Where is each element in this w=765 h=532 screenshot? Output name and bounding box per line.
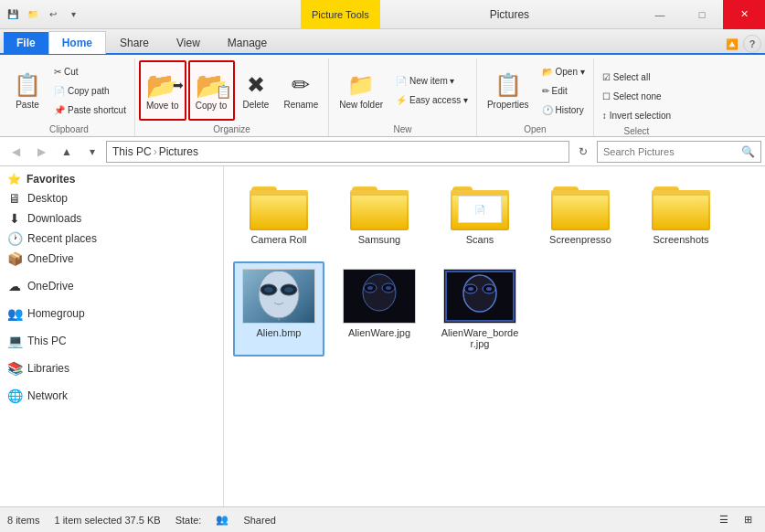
close-btn[interactable]: ✕ [723, 0, 765, 29]
address-path[interactable]: This PC › Pictures [106, 141, 569, 163]
sidebar-item-network[interactable]: 🌐 Network [0, 386, 223, 406]
alienware-border-svg [444, 270, 515, 323]
open-small-group: 📂 Open ▾ ✏ Edit 🕐 History [537, 62, 590, 119]
select-all-icon: ☑ [602, 72, 611, 82]
refresh-btn[interactable]: ↻ [571, 140, 595, 164]
delete-button[interactable]: ✖ Delete [237, 60, 276, 121]
svg-point-17 [468, 287, 473, 291]
rename-icon: ✏ [292, 72, 310, 98]
open-button[interactable]: 📂 Open ▾ [537, 62, 590, 80]
select-items: ☑ Select all ☐ Select none ↕ Invert sele… [598, 59, 675, 124]
file-name-camera-roll: Camera Roll [250, 234, 306, 245]
list-item[interactable]: AlienWare_border.jpg [434, 261, 526, 356]
ribbon-group-select: ☑ Select all ☐ Select none ↕ Invert sele… [594, 59, 679, 136]
open-icon: 📂 [542, 67, 553, 77]
ribbon-help-btn[interactable]: 🔼 [723, 35, 741, 53]
folder-samsung-icon [350, 183, 409, 230]
folder-screenshots-icon [652, 183, 710, 230]
file-name-screenpresso: Screenpresso [549, 234, 611, 245]
edit-button[interactable]: ✏ Edit [537, 81, 590, 100]
copy-to-button[interactable]: 📂 📋 Copy to [188, 60, 235, 121]
alienware-border-thumb [443, 269, 516, 324]
list-item[interactable]: Samsung [334, 176, 425, 252]
maximize-btn[interactable]: □ [681, 0, 723, 29]
thispc-label: This PC [27, 335, 67, 347]
sidebar-spacer1 [0, 269, 223, 276]
window-title: Pictures [380, 0, 639, 28]
up-btn[interactable]: ▲ [55, 140, 79, 164]
favorites-label: Favorites [27, 173, 75, 186]
state-label: State: [175, 515, 202, 526]
search-icon: 🔍 [741, 145, 755, 158]
recent-places-label: Recent places [27, 232, 97, 245]
clipboard-label: Clipboard [7, 122, 131, 136]
recent-locations-btn[interactable]: ▾ [80, 140, 104, 164]
save-qa-btn[interactable]: 💾 [4, 5, 22, 24]
move-to-icon-wrap: 📂 ➡ [146, 70, 178, 101]
sidebar-favorites-header[interactable]: ⭐ Favorites [0, 170, 223, 188]
sidebar-item-libraries[interactable]: 📚 Libraries [0, 358, 223, 378]
sidebar-item-homegroup[interactable]: 👥 Homegroup [0, 303, 223, 324]
copy-path-button[interactable]: 📄 Copy path [49, 81, 131, 100]
history-button[interactable]: 🕐 History [537, 101, 590, 119]
sidebar-item-thispc[interactable]: 💻 This PC [0, 331, 223, 351]
tab-view[interactable]: View [163, 31, 214, 54]
sidebar-item-onedrive[interactable]: ☁ OneDrive [0, 276, 223, 296]
list-item[interactable]: Alien.bmp [233, 261, 324, 356]
sidebar-item-recent-places[interactable]: 🕐 Recent places [0, 229, 223, 249]
qa-dropdown[interactable]: ▾ [64, 5, 82, 24]
forward-btn[interactable]: ▶ [29, 140, 53, 164]
select-label: Select [598, 124, 675, 138]
list-item[interactable]: Screenpresso [535, 176, 626, 252]
large-icons-view-btn[interactable]: ⊞ [738, 510, 758, 530]
selected-info: 1 item selected 37.5 KB [54, 515, 160, 526]
cut-icon: ✂ [54, 67, 61, 77]
list-item[interactable]: AlienWare.jpg [334, 261, 425, 356]
ribbon: 📋 Paste ✂ Cut 📄 Copy path 📌 Paste shortc… [0, 55, 765, 137]
list-item[interactable]: 📄 Scans [434, 176, 526, 252]
folder-camera-roll-icon [250, 183, 308, 230]
tab-home[interactable]: Home [48, 31, 106, 54]
properties-icon: 📋 [494, 72, 522, 98]
svg-point-3 [264, 287, 273, 293]
sidebar-item-desktop[interactable]: 🖥 Desktop [0, 188, 223, 208]
list-item[interactable]: Camera Roll [233, 176, 324, 252]
sidebar-item-downloads[interactable]: ⬇ Downloads [0, 208, 223, 229]
alienware-svg [344, 270, 415, 323]
paste-button[interactable]: 📋 Paste [7, 60, 48, 121]
list-item[interactable]: Screenshots [635, 176, 727, 252]
open-label: Open [481, 122, 590, 136]
new-items: 📁 New folder 📄 New item ▾ ⚡ Easy access … [333, 59, 473, 122]
network-icon: 🌐 [7, 388, 22, 403]
properties-button[interactable]: 📋 Properties [481, 60, 536, 121]
rename-button[interactable]: ✏ Rename [277, 60, 324, 121]
ribbon-help-icon[interactable]: ? [743, 35, 761, 53]
tab-manage[interactable]: Manage [214, 31, 281, 54]
libraries-label: Libraries [27, 362, 69, 375]
move-to-button[interactable]: 📂 ➡ Move to [139, 60, 186, 121]
new-folder-button[interactable]: 📁 New folder [333, 60, 389, 121]
invert-selection-button[interactable]: ↕ Invert selection [598, 106, 675, 124]
tab-file[interactable]: File [4, 32, 48, 54]
sidebar-item-onedrive-fav[interactable]: 📦 OneDrive [0, 249, 223, 269]
folder-qa-btn[interactable]: 📁 [24, 5, 42, 24]
search-input[interactable] [603, 146, 738, 157]
new-item-button[interactable]: 📄 New item ▾ [391, 72, 473, 90]
cut-button[interactable]: ✂ Cut [49, 62, 131, 80]
onedrive-icon: ☁ [7, 279, 22, 293]
edit-icon: ✏ [542, 86, 549, 96]
organize-items: 📂 ➡ Move to 📂 📋 Copy to ✖ Delete ✏ Renam… [139, 59, 324, 122]
alienware-jpg-thumb [343, 269, 416, 324]
undo-qa-btn[interactable]: ↩ [44, 5, 62, 24]
paste-shortcut-button[interactable]: 📌 Paste shortcut [49, 101, 131, 119]
details-view-btn[interactable]: ☰ [714, 510, 734, 530]
select-all-button[interactable]: ☑ Select all [598, 68, 675, 86]
minimize-btn[interactable]: — [639, 0, 681, 29]
search-box[interactable]: 🔍 [597, 141, 761, 163]
svg-point-18 [486, 287, 492, 291]
easy-access-button[interactable]: ⚡ Easy access ▾ [391, 91, 473, 110]
ribbon-tabs: File Home Share View Manage 🔼 ? [0, 29, 765, 55]
tab-share[interactable]: Share [106, 31, 163, 54]
back-btn[interactable]: ◀ [4, 140, 27, 164]
select-none-button[interactable]: ☐ Select none [598, 87, 675, 105]
